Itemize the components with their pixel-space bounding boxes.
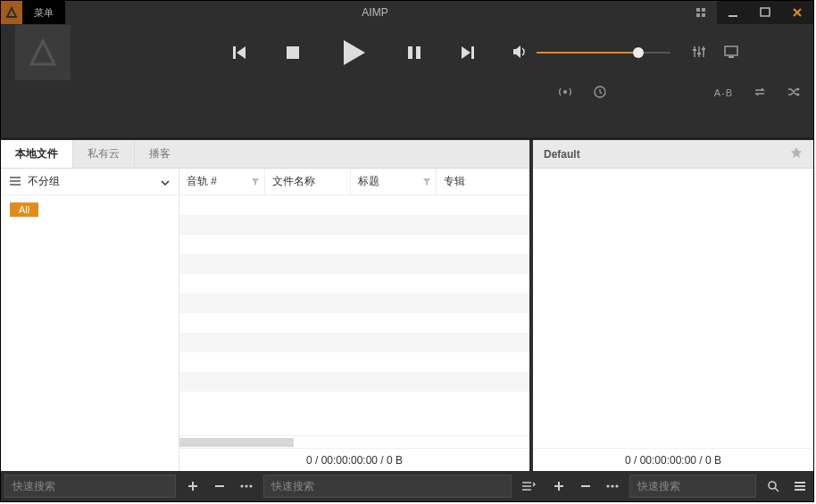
volume-control [512, 44, 670, 62]
previous-button[interactable] [231, 45, 247, 61]
shuffle-icon [787, 86, 801, 98]
sidebar-search-input[interactable]: 快速搜索 [4, 475, 176, 498]
svg-point-21 [606, 484, 609, 487]
library-sidebar: 不分组 All [1, 169, 179, 471]
svg-rect-14 [725, 46, 737, 55]
table-row [179, 352, 529, 372]
playlist-body[interactable] [533, 169, 813, 448]
playback-controls [231, 37, 476, 68]
equalizer-button[interactable] [692, 45, 706, 62]
scrollbar-thumb[interactable] [179, 438, 294, 447]
playlist-search-input[interactable]: 快速搜索 [629, 475, 756, 498]
col-title[interactable]: 标题 [351, 169, 437, 194]
skip-previous-icon [231, 45, 247, 61]
table-row [179, 254, 529, 274]
svg-point-16 [563, 90, 567, 94]
svg-point-19 [245, 484, 247, 487]
svg-rect-3 [702, 13, 705, 17]
shuffle-button[interactable] [787, 86, 801, 100]
table-row [179, 195, 529, 215]
internet-radio-button[interactable] [558, 86, 572, 100]
svg-rect-8 [408, 46, 412, 59]
chevron-down-icon [161, 176, 170, 188]
pause-button[interactable] [406, 45, 422, 61]
visualization-button[interactable] [724, 45, 738, 62]
close-icon [791, 6, 804, 19]
library-more-button[interactable] [233, 471, 260, 501]
filter-icon[interactable] [423, 176, 430, 188]
repeat-icon [753, 86, 767, 98]
tab-local-files[interactable]: 本地文件 [1, 140, 72, 168]
tab-podcast[interactable]: 播客 [134, 140, 185, 168]
volume-icon[interactable] [512, 44, 528, 62]
svg-rect-10 [471, 46, 474, 59]
main-menu-button[interactable]: 菜单 [22, 1, 65, 24]
playlist-more-button[interactable] [599, 471, 626, 501]
grid-body[interactable] [179, 195, 529, 435]
playlist-header[interactable]: Default [533, 140, 813, 169]
svg-rect-7 [287, 46, 299, 59]
scheduler-button[interactable] [594, 86, 606, 100]
col-filename[interactable]: 文件名称 [265, 169, 351, 194]
svg-point-18 [240, 484, 243, 487]
table-row [179, 235, 529, 254]
clock-icon [594, 86, 606, 98]
col-album[interactable]: 专辑 [437, 169, 529, 194]
library-sort-button[interactable] [515, 471, 542, 501]
table-row [179, 293, 529, 313]
tab-private-cloud[interactable]: 私有云 [72, 140, 134, 168]
library-panel: 本地文件 私有云 播客 不分组 All [1, 140, 529, 471]
playlist-find-button[interactable] [760, 471, 787, 501]
table-row [179, 313, 529, 333]
pause-icon [406, 45, 422, 61]
window-title: AIMP [65, 1, 685, 24]
app-window: 菜单 AIMP [0, 0, 814, 502]
svg-point-22 [611, 484, 613, 487]
minimize-button[interactable] [717, 1, 749, 24]
stop-button[interactable] [285, 45, 301, 61]
volume-fill [537, 52, 638, 54]
playlist-remove-button[interactable] [572, 471, 599, 501]
playlist-panel: Default 0 / 00:00:00:00 / 0 B [533, 140, 813, 471]
svg-point-23 [615, 484, 618, 487]
list-icon [10, 176, 21, 188]
skip-next-icon [460, 45, 476, 61]
favorite-playlist-button[interactable] [790, 146, 803, 161]
compact-view-button[interactable] [685, 1, 717, 24]
close-button[interactable] [781, 1, 813, 24]
monitor-icon [724, 45, 738, 59]
svg-rect-6 [233, 46, 236, 59]
horizontal-scrollbar[interactable] [179, 435, 529, 448]
library-add-button[interactable] [179, 471, 206, 501]
volume-slider[interactable] [537, 52, 670, 54]
svg-rect-13 [702, 48, 705, 50]
app-logo [1, 1, 22, 24]
album-art-placeholder [15, 25, 71, 80]
plus-icon [553, 480, 565, 492]
library-remove-button[interactable] [206, 471, 233, 501]
repeat-button[interactable] [753, 86, 767, 100]
next-button[interactable] [460, 45, 476, 61]
filter-icon[interactable] [252, 176, 259, 188]
grouping-selector[interactable]: 不分组 [1, 169, 179, 195]
col-track-number[interactable]: 音轨 # [179, 169, 265, 194]
minus-icon [579, 480, 592, 492]
equalizer-icon [692, 45, 706, 59]
broadcast-icon [558, 86, 572, 98]
table-row [179, 392, 529, 411]
ab-repeat-button[interactable]: A-B [714, 87, 733, 98]
library-status: 0 / 00:00:00:00 / 0 B [179, 448, 529, 471]
volume-thumb[interactable] [633, 47, 644, 58]
playlist-menu-button[interactable] [787, 471, 813, 501]
stop-icon [285, 45, 301, 61]
playlist-add-button[interactable] [545, 471, 572, 501]
svg-rect-9 [416, 46, 420, 59]
library-search-input[interactable]: 快速搜索 [263, 475, 512, 498]
filter-badge-all[interactable]: All [10, 202, 38, 217]
maximize-icon [759, 6, 771, 19]
play-button[interactable] [338, 37, 369, 68]
svg-rect-11 [693, 49, 696, 51]
maximize-button[interactable] [749, 1, 781, 24]
aimp-logo-icon [28, 37, 58, 68]
svg-rect-5 [761, 8, 770, 16]
